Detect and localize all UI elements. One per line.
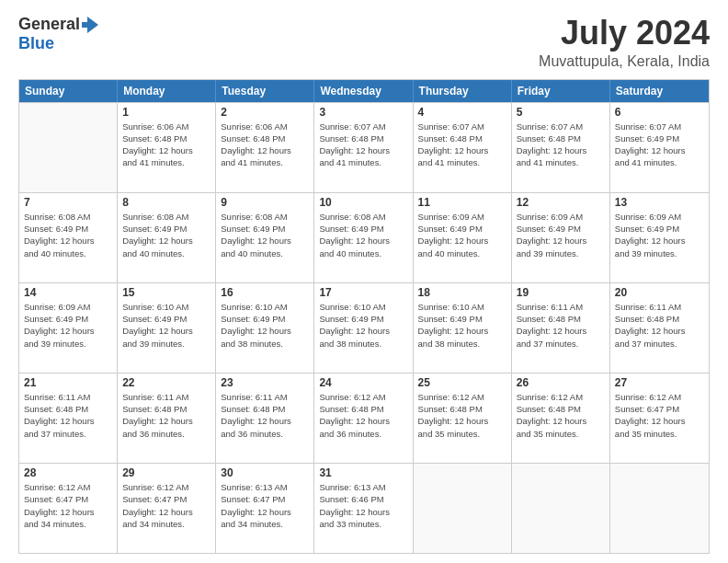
logo-arrow-icon	[80, 15, 100, 35]
calendar-cell: 3Sunrise: 6:07 AM Sunset: 6:48 PM Daylig…	[314, 103, 413, 192]
header-day-monday: Monday	[118, 80, 216, 102]
calendar-cell: 12Sunrise: 6:09 AM Sunset: 6:49 PM Dayli…	[512, 193, 610, 282]
calendar: SundayMondayTuesdayWednesdayThursdayFrid…	[18, 79, 710, 554]
header-day-wednesday: Wednesday	[314, 80, 413, 102]
calendar-cell: 10Sunrise: 6:08 AM Sunset: 6:49 PM Dayli…	[314, 193, 413, 282]
day-info: Sunrise: 6:10 AM Sunset: 6:49 PM Dayligh…	[221, 301, 309, 350]
logo: General Blue	[18, 15, 100, 53]
day-number: 12	[517, 196, 605, 209]
calendar-cell	[19, 103, 118, 192]
calendar-cell: 31Sunrise: 6:13 AM Sunset: 6:46 PM Dayli…	[314, 464, 413, 553]
calendar-cell: 14Sunrise: 6:09 AM Sunset: 6:49 PM Dayli…	[19, 283, 118, 373]
calendar-cell: 13Sunrise: 6:09 AM Sunset: 6:49 PM Dayli…	[610, 193, 709, 282]
day-info: Sunrise: 6:12 AM Sunset: 6:48 PM Dayligh…	[418, 391, 506, 440]
day-number: 4	[418, 106, 506, 119]
page: General Blue July 2024 Muvattupula, Kera…	[0, 0, 728, 563]
day-info: Sunrise: 6:07 AM Sunset: 6:48 PM Dayligh…	[418, 121, 506, 169]
day-number: 5	[517, 106, 605, 119]
day-number: 23	[221, 376, 309, 389]
day-number: 21	[24, 376, 112, 389]
day-info: Sunrise: 6:09 AM Sunset: 6:49 PM Dayligh…	[418, 211, 506, 259]
day-number: 2	[221, 106, 309, 119]
calendar-week-1: 1Sunrise: 6:06 AM Sunset: 6:48 PM Daylig…	[19, 102, 709, 192]
day-number: 14	[24, 286, 112, 299]
calendar-cell: 27Sunrise: 6:12 AM Sunset: 6:47 PM Dayli…	[610, 373, 709, 463]
title-block: July 2024 Muvattupula, Kerala, India	[539, 15, 710, 70]
calendar-cell: 11Sunrise: 6:09 AM Sunset: 6:49 PM Dayli…	[414, 193, 512, 282]
day-info: Sunrise: 6:11 AM Sunset: 6:48 PM Dayligh…	[122, 391, 210, 440]
day-number: 30	[221, 466, 309, 479]
day-number: 22	[122, 376, 210, 389]
calendar-header: SundayMondayTuesdayWednesdayThursdayFrid…	[19, 80, 709, 102]
day-info: Sunrise: 6:12 AM Sunset: 6:47 PM Dayligh…	[615, 391, 704, 440]
day-info: Sunrise: 6:11 AM Sunset: 6:48 PM Dayligh…	[517, 301, 605, 350]
header-day-saturday: Saturday	[610, 80, 709, 102]
day-number: 10	[319, 196, 407, 209]
location-text: Muvattupula, Kerala, India	[539, 53, 710, 70]
calendar-cell: 8Sunrise: 6:08 AM Sunset: 6:49 PM Daylig…	[118, 193, 216, 282]
day-number: 25	[418, 376, 506, 389]
day-number: 8	[122, 196, 210, 209]
calendar-week-2: 7Sunrise: 6:08 AM Sunset: 6:49 PM Daylig…	[19, 192, 709, 282]
day-info: Sunrise: 6:08 AM Sunset: 6:49 PM Dayligh…	[122, 211, 210, 259]
calendar-cell: 18Sunrise: 6:10 AM Sunset: 6:49 PM Dayli…	[414, 283, 512, 373]
calendar-cell: 1Sunrise: 6:06 AM Sunset: 6:48 PM Daylig…	[118, 103, 216, 192]
day-number: 20	[615, 286, 704, 299]
calendar-cell: 25Sunrise: 6:12 AM Sunset: 6:48 PM Dayli…	[414, 373, 512, 463]
day-info: Sunrise: 6:11 AM Sunset: 6:48 PM Dayligh…	[221, 391, 309, 440]
day-info: Sunrise: 6:06 AM Sunset: 6:48 PM Dayligh…	[122, 121, 210, 169]
day-number: 16	[221, 286, 309, 299]
day-info: Sunrise: 6:06 AM Sunset: 6:48 PM Dayligh…	[221, 121, 309, 169]
day-number: 6	[615, 106, 704, 119]
calendar-cell	[610, 464, 709, 553]
calendar-cell: 29Sunrise: 6:12 AM Sunset: 6:47 PM Dayli…	[118, 464, 216, 553]
calendar-cell: 26Sunrise: 6:12 AM Sunset: 6:48 PM Dayli…	[512, 373, 610, 463]
day-info: Sunrise: 6:13 AM Sunset: 6:47 PM Dayligh…	[221, 481, 309, 530]
day-info: Sunrise: 6:07 AM Sunset: 6:48 PM Dayligh…	[319, 121, 407, 169]
calendar-cell: 28Sunrise: 6:12 AM Sunset: 6:47 PM Dayli…	[19, 464, 118, 553]
day-number: 24	[319, 376, 407, 389]
day-info: Sunrise: 6:10 AM Sunset: 6:49 PM Dayligh…	[319, 301, 407, 350]
calendar-week-3: 14Sunrise: 6:09 AM Sunset: 6:49 PM Dayli…	[19, 282, 709, 373]
calendar-cell: 2Sunrise: 6:06 AM Sunset: 6:48 PM Daylig…	[216, 103, 314, 192]
calendar-cell: 20Sunrise: 6:11 AM Sunset: 6:48 PM Dayli…	[610, 283, 709, 373]
day-info: Sunrise: 6:08 AM Sunset: 6:49 PM Dayligh…	[221, 211, 309, 259]
header-day-thursday: Thursday	[414, 80, 512, 102]
header-day-friday: Friday	[512, 80, 610, 102]
day-info: Sunrise: 6:12 AM Sunset: 6:48 PM Dayligh…	[319, 391, 407, 440]
calendar-cell: 23Sunrise: 6:11 AM Sunset: 6:48 PM Dayli…	[216, 373, 314, 463]
day-info: Sunrise: 6:10 AM Sunset: 6:49 PM Dayligh…	[122, 301, 210, 350]
day-info: Sunrise: 6:13 AM Sunset: 6:46 PM Dayligh…	[319, 481, 407, 530]
calendar-cell: 21Sunrise: 6:11 AM Sunset: 6:48 PM Dayli…	[19, 373, 118, 463]
day-number: 31	[319, 466, 407, 479]
day-info: Sunrise: 6:07 AM Sunset: 6:48 PM Dayligh…	[517, 121, 605, 169]
day-number: 13	[615, 196, 704, 209]
day-info: Sunrise: 6:09 AM Sunset: 6:49 PM Dayligh…	[517, 211, 605, 259]
header: General Blue July 2024 Muvattupula, Kera…	[18, 15, 710, 70]
day-number: 28	[24, 466, 112, 479]
calendar-week-4: 21Sunrise: 6:11 AM Sunset: 6:48 PM Dayli…	[19, 373, 709, 463]
calendar-body: 1Sunrise: 6:06 AM Sunset: 6:48 PM Daylig…	[19, 102, 709, 553]
day-info: Sunrise: 6:11 AM Sunset: 6:48 PM Dayligh…	[24, 391, 112, 440]
day-info: Sunrise: 6:09 AM Sunset: 6:49 PM Dayligh…	[615, 211, 704, 259]
day-info: Sunrise: 6:08 AM Sunset: 6:49 PM Dayligh…	[24, 211, 112, 259]
day-info: Sunrise: 6:09 AM Sunset: 6:49 PM Dayligh…	[24, 301, 112, 350]
calendar-cell: 6Sunrise: 6:07 AM Sunset: 6:49 PM Daylig…	[610, 103, 709, 192]
day-number: 18	[418, 286, 506, 299]
calendar-cell: 17Sunrise: 6:10 AM Sunset: 6:49 PM Dayli…	[314, 283, 413, 373]
calendar-cell: 24Sunrise: 6:12 AM Sunset: 6:48 PM Dayli…	[314, 373, 413, 463]
day-info: Sunrise: 6:12 AM Sunset: 6:47 PM Dayligh…	[122, 481, 210, 530]
svg-marker-0	[82, 17, 98, 33]
calendar-week-5: 28Sunrise: 6:12 AM Sunset: 6:47 PM Dayli…	[19, 463, 709, 553]
calendar-cell: 19Sunrise: 6:11 AM Sunset: 6:48 PM Dayli…	[512, 283, 610, 373]
calendar-cell: 30Sunrise: 6:13 AM Sunset: 6:47 PM Dayli…	[216, 464, 314, 553]
day-number: 17	[319, 286, 407, 299]
month-year-title: July 2024	[539, 15, 710, 52]
header-day-sunday: Sunday	[19, 80, 118, 102]
day-info: Sunrise: 6:12 AM Sunset: 6:48 PM Dayligh…	[517, 391, 605, 440]
calendar-cell: 22Sunrise: 6:11 AM Sunset: 6:48 PM Dayli…	[118, 373, 216, 463]
day-number: 19	[517, 286, 605, 299]
day-number: 11	[418, 196, 506, 209]
calendar-cell: 7Sunrise: 6:08 AM Sunset: 6:49 PM Daylig…	[19, 193, 118, 282]
calendar-cell	[414, 464, 512, 553]
